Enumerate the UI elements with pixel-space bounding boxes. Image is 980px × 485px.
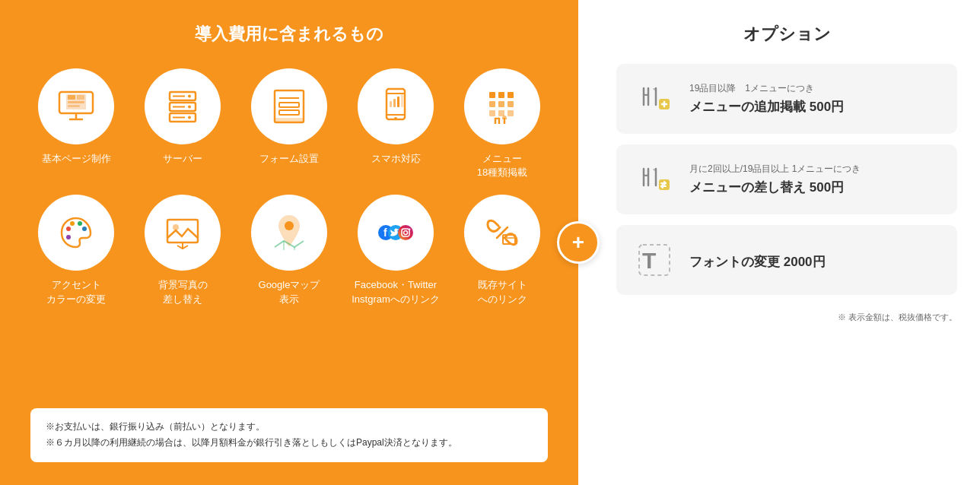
icon-item-server: サーバー — [137, 68, 228, 179]
svg-rect-30 — [489, 92, 495, 98]
option-icon-1 — [633, 78, 676, 120]
icon-row-2: アクセント カラーの変更 背景写真の 差し替え — [30, 195, 548, 306]
svg-point-56 — [398, 225, 413, 240]
svg-point-45 — [82, 227, 87, 231]
right-panel: オプション 19品目以降 1メニューにつき メニューの追加掲載 500円 — [578, 0, 980, 485]
svg-point-50 — [285, 221, 294, 230]
icon-label-palette: アクセント カラーの変更 — [46, 278, 106, 306]
option-text-1: 19品目以降 1メニューにつき メニューの追加掲載 500円 — [689, 82, 844, 116]
icon-item-form: フォーム設置 — [243, 68, 335, 179]
svg-text:T: T — [642, 248, 656, 273]
icon-label-monitor: 基本ページ制作 — [42, 152, 111, 166]
icon-label-image: 背景写真の 差し替え — [158, 278, 208, 306]
svg-rect-28 — [397, 97, 399, 107]
svg-rect-37 — [498, 110, 504, 116]
svg-rect-36 — [489, 110, 495, 116]
svg-rect-34 — [498, 101, 504, 107]
icon-item-smartphone: スマホ対応 — [350, 68, 441, 179]
icon-label-menu-grid: メニュー 18種類掲載 — [477, 152, 527, 179]
svg-point-44 — [78, 221, 82, 226]
svg-rect-29 — [401, 94, 403, 107]
option-card-1: 19品目以降 1メニューにつき メニューの追加掲載 500円 — [616, 64, 957, 134]
menu-grid-icon — [464, 68, 540, 144]
option-icon-2 — [633, 158, 676, 201]
server-icon — [145, 68, 221, 144]
svg-rect-35 — [508, 101, 514, 107]
option-title-1: メニューの追加掲載 500円 — [689, 98, 844, 116]
svg-rect-38 — [508, 110, 514, 116]
plus-circle: + — [557, 221, 600, 264]
icon-item-monitor: 基本ページ制作 — [30, 68, 122, 179]
svg-point-42 — [66, 227, 71, 231]
icon-label-form: フォーム設置 — [259, 152, 319, 166]
icon-label-link: 既存サイト へのリンク — [478, 278, 527, 306]
svg-rect-3 — [77, 95, 84, 100]
notice-line2: ※６カ月以降の利用継続の場合は、以降月額料金が銀行引き落としもしくはPaypal… — [46, 435, 533, 452]
svg-rect-4 — [68, 101, 84, 103]
tax-note: ※ 表示金額は、税抜価格です。 — [616, 312, 957, 323]
svg-point-13 — [188, 116, 191, 119]
svg-point-43 — [70, 221, 75, 226]
palette-icon — [38, 195, 114, 271]
icon-label-server: サーバー — [163, 152, 202, 166]
svg-point-46 — [66, 235, 71, 239]
notice-line1: ※お支払いは、銀行振り込み（前払い）となります。 — [46, 419, 533, 436]
notice-box: ※お支払いは、銀行振り込み（前払い）となります。 ※６カ月以降の利用継続の場合は… — [30, 408, 548, 462]
svg-rect-31 — [498, 92, 504, 98]
icon-label-social: Facebook・Twitter Instgramへのリンク — [352, 278, 440, 306]
icon-item-social: f — [350, 195, 441, 306]
svg-point-59 — [409, 229, 411, 230]
option-icon-3: T — [633, 239, 676, 281]
right-title: オプション — [616, 23, 957, 46]
icon-item-link: 既存サイト へのリンク — [457, 195, 548, 306]
option-card-2: 月に2回以上/19品目以上 1メニューにつき メニューの差し替え 500円 — [616, 144, 957, 214]
smartphone-icon — [358, 68, 434, 144]
icon-item-palette: アクセント カラーの変更 — [30, 195, 122, 306]
svg-rect-32 — [508, 92, 514, 98]
option-card-3: T フォントの変更 2000円 — [616, 225, 957, 295]
svg-text:f: f — [383, 227, 387, 239]
svg-point-11 — [188, 95, 191, 98]
icon-label-map: Googleマップ 表示 — [259, 278, 320, 306]
icon-item-map: Googleマップ 表示 — [243, 195, 335, 306]
option-text-2: 月に2回以上/19品目以上 1メニューにつき メニューの差し替え 500円 — [689, 163, 861, 196]
option-title-3: フォントの変更 2000円 — [689, 253, 826, 271]
map-icon — [251, 195, 327, 271]
svg-rect-2 — [68, 95, 75, 100]
link-icon — [464, 195, 540, 271]
svg-rect-27 — [393, 99, 396, 107]
option-title-2: メニューの差し替え 500円 — [689, 179, 861, 196]
left-panel: 導入費用に含まれるもの 基本ページ制作 — [0, 0, 578, 485]
social-icon: f — [358, 195, 434, 271]
svg-rect-47 — [167, 220, 198, 242]
svg-rect-20 — [279, 110, 299, 115]
monitor-icon — [38, 68, 114, 144]
icon-grid: 基本ページ制作 サーバー — [30, 68, 548, 390]
icon-row-1: 基本ページ制作 サーバー — [30, 68, 548, 179]
svg-rect-33 — [489, 101, 495, 107]
form-icon — [251, 68, 327, 144]
option-text-3: フォントの変更 2000円 — [689, 250, 826, 271]
icon-item-menu-grid: メニュー 18種類掲載 — [457, 68, 548, 179]
svg-rect-5 — [68, 105, 80, 107]
svg-point-12 — [188, 106, 191, 109]
left-title: 導入費用に含まれるもの — [30, 23, 548, 46]
svg-rect-19 — [279, 103, 299, 107]
svg-point-25 — [394, 117, 397, 120]
svg-rect-21 — [275, 118, 304, 122]
image-icon — [145, 195, 221, 271]
option-subtitle-2: 月に2回以上/19品目以上 1メニューにつき — [689, 163, 861, 176]
icon-item-image: 背景写真の 差し替え — [137, 195, 228, 306]
svg-rect-26 — [390, 101, 392, 107]
option-subtitle-1: 19品目以降 1メニューにつき — [689, 82, 844, 95]
icon-label-smartphone: スマホ対応 — [371, 152, 421, 166]
